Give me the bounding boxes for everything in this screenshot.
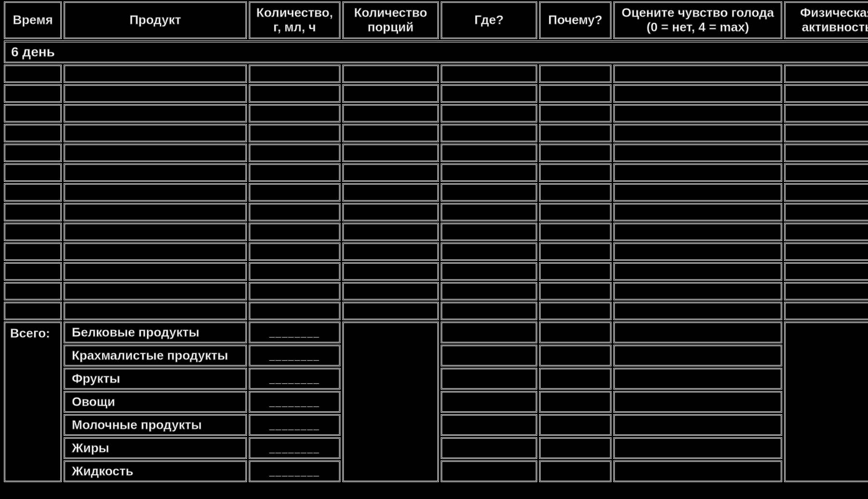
entry-cell[interactable] (249, 183, 340, 202)
totals-quantity-blank[interactable]: ________ (249, 460, 340, 482)
entry-cell[interactable] (441, 144, 537, 162)
entry-cell[interactable] (441, 262, 537, 281)
entry-cell[interactable] (64, 104, 247, 122)
entry-cell[interactable] (539, 84, 611, 103)
entry-cell[interactable] (613, 84, 782, 103)
entry-cell[interactable] (342, 65, 439, 83)
entry-cell[interactable] (64, 65, 247, 83)
entry-cell[interactable] (539, 65, 611, 83)
entry-cell[interactable] (249, 302, 340, 320)
entry-cell[interactable] (249, 124, 340, 142)
entry-cell[interactable] (342, 84, 439, 103)
entry-cell[interactable] (64, 223, 247, 241)
entry-cell[interactable] (441, 302, 537, 320)
entry-cell[interactable] (4, 65, 62, 83)
entry-cell[interactable] (441, 163, 537, 182)
entry-cell[interactable] (784, 243, 868, 261)
entry-cell[interactable] (613, 243, 782, 261)
entry-cell[interactable] (784, 163, 868, 182)
totals-quantity-blank[interactable]: ________ (249, 368, 340, 390)
entry-cell[interactable] (441, 243, 537, 261)
entry-cell[interactable] (249, 243, 340, 261)
totals-quantity-blank[interactable]: ________ (249, 391, 340, 413)
entry-cell[interactable] (342, 144, 439, 162)
entry-cell[interactable] (249, 223, 340, 241)
entry-cell[interactable] (613, 262, 782, 281)
entry-cell[interactable] (4, 282, 62, 300)
entry-cell[interactable] (539, 183, 611, 202)
entry-cell[interactable] (441, 84, 537, 103)
entry-cell[interactable] (784, 124, 868, 142)
entry-cell[interactable] (342, 302, 439, 320)
entry-cell[interactable] (784, 104, 868, 122)
entry-cell[interactable] (441, 124, 537, 142)
entry-cell[interactable] (64, 262, 247, 281)
entry-cell[interactable] (64, 203, 247, 221)
entry-cell[interactable] (342, 163, 439, 182)
entry-cell[interactable] (784, 183, 868, 202)
entry-cell[interactable] (64, 282, 247, 300)
entry-cell[interactable] (4, 223, 62, 241)
entry-cell[interactable] (784, 282, 868, 300)
entry-cell[interactable] (249, 282, 340, 300)
entry-cell[interactable] (784, 223, 868, 241)
entry-cell[interactable] (4, 302, 62, 320)
entry-cell[interactable] (441, 282, 537, 300)
entry-cell[interactable] (342, 183, 439, 202)
entry-cell[interactable] (784, 84, 868, 103)
entry-cell[interactable] (613, 124, 782, 142)
entry-cell[interactable] (342, 104, 439, 122)
entry-cell[interactable] (4, 104, 62, 122)
entry-cell[interactable] (539, 223, 611, 241)
totals-quantity-blank[interactable]: ________ (249, 322, 340, 343)
totals-quantity-blank[interactable]: ________ (249, 437, 340, 459)
entry-cell[interactable] (64, 243, 247, 261)
entry-cell[interactable] (539, 163, 611, 182)
entry-cell[interactable] (613, 302, 782, 320)
entry-cell[interactable] (784, 262, 868, 281)
entry-cell[interactable] (249, 104, 340, 122)
entry-cell[interactable] (249, 84, 340, 103)
entry-cell[interactable] (441, 183, 537, 202)
entry-cell[interactable] (249, 203, 340, 221)
entry-cell[interactable] (784, 65, 868, 83)
entry-cell[interactable] (613, 104, 782, 122)
entry-cell[interactable] (342, 124, 439, 142)
entry-cell[interactable] (249, 262, 340, 281)
entry-cell[interactable] (539, 124, 611, 142)
entry-cell[interactable] (4, 163, 62, 182)
entry-cell[interactable] (4, 243, 62, 261)
entry-cell[interactable] (784, 144, 868, 162)
entry-cell[interactable] (342, 223, 439, 241)
entry-cell[interactable] (342, 203, 439, 221)
entry-cell[interactable] (4, 203, 62, 221)
entry-cell[interactable] (539, 282, 611, 300)
entry-cell[interactable] (249, 163, 340, 182)
totals-quantity-blank[interactable]: ________ (249, 414, 340, 436)
entry-cell[interactable] (539, 144, 611, 162)
entry-cell[interactable] (539, 243, 611, 261)
entry-cell[interactable] (539, 302, 611, 320)
entry-cell[interactable] (613, 223, 782, 241)
entry-cell[interactable] (613, 203, 782, 221)
entry-cell[interactable] (441, 203, 537, 221)
entry-cell[interactable] (613, 144, 782, 162)
entry-cell[interactable] (539, 262, 611, 281)
entry-cell[interactable] (64, 84, 247, 103)
entry-cell[interactable] (613, 65, 782, 83)
entry-cell[interactable] (4, 124, 62, 142)
entry-cell[interactable] (342, 262, 439, 281)
entry-cell[interactable] (64, 183, 247, 202)
entry-cell[interactable] (249, 65, 340, 83)
entry-cell[interactable] (539, 203, 611, 221)
entry-cell[interactable] (784, 302, 868, 320)
entry-cell[interactable] (249, 144, 340, 162)
entry-cell[interactable] (441, 104, 537, 122)
entry-cell[interactable] (4, 183, 62, 202)
entry-cell[interactable] (4, 84, 62, 103)
entry-cell[interactable] (784, 203, 868, 221)
entry-cell[interactable] (441, 65, 537, 83)
entry-cell[interactable] (613, 282, 782, 300)
entry-cell[interactable] (4, 144, 62, 162)
entry-cell[interactable] (342, 282, 439, 300)
